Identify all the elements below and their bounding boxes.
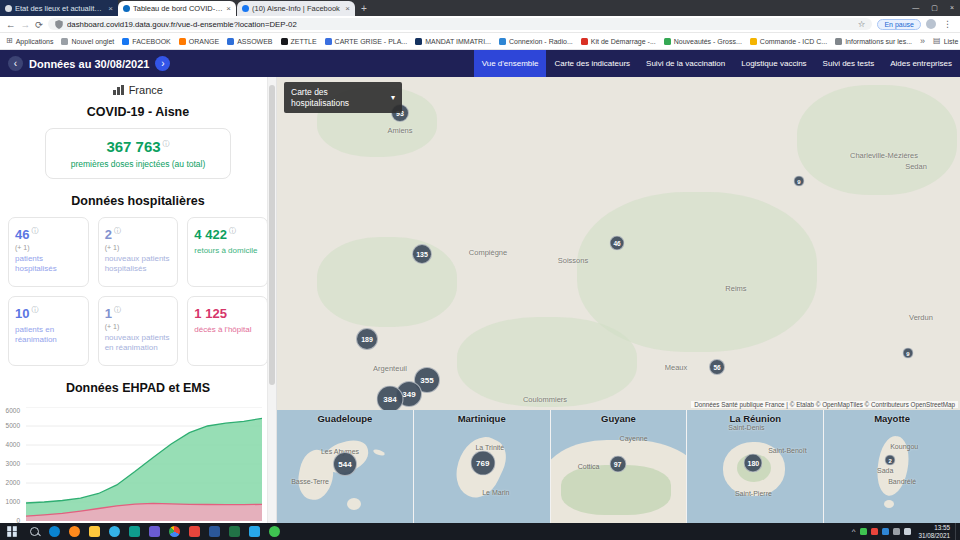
minimap-marker[interactable]: 2: [885, 455, 896, 466]
minimap-guadeloupe[interactable]: Guadeloupe Les Abymes Basse-Terre 544: [277, 410, 414, 523]
browser-tab-3[interactable]: (10) Aisne-Info | Facebook ×: [237, 1, 355, 16]
reload-button[interactable]: ⟳: [35, 19, 43, 30]
store-taskbar-button[interactable]: [124, 523, 144, 540]
taskbar-search-button[interactable]: [24, 523, 44, 540]
map-marker-9[interactable]: 9: [794, 176, 805, 187]
bookmark-nouvel-onglet[interactable]: Nouvel onglet: [61, 38, 114, 45]
outlook-taskbar-button[interactable]: [244, 523, 264, 540]
adobe-reader-taskbar-button[interactable]: [184, 523, 204, 540]
browser-menu-icon[interactable]: ⋮: [941, 19, 954, 29]
info-icon[interactable]: ⓘ: [229, 227, 236, 234]
bookmark-nouveautes[interactable]: Nouveautés - Gross...: [664, 38, 742, 45]
main-map[interactable]: Carte des hospitalisations ▾ Amiens Comp…: [277, 77, 960, 410]
sidebar-scrollbar[interactable]: [267, 77, 276, 523]
minimap-guyane[interactable]: Guyane Cayenne Cottica 97: [551, 410, 688, 523]
window-close-button[interactable]: ×: [944, 0, 960, 16]
internet-explorer-taskbar-button[interactable]: [104, 523, 124, 540]
scrollbar-thumb[interactable]: [269, 85, 275, 385]
file-explorer-taskbar-button[interactable]: [84, 523, 104, 540]
bookmarks-overflow-icon[interactable]: »: [920, 36, 925, 46]
map-marker-7[interactable]: 384: [377, 386, 404, 411]
browser-tab-1[interactable]: Etat des lieux et actualités - Min... ×: [0, 0, 118, 16]
firefox-icon: [69, 526, 80, 537]
profile-avatar[interactable]: [926, 19, 936, 29]
tray-app-icon[interactable]: [871, 528, 878, 535]
tab-aides-entreprises[interactable]: Aides entreprises: [882, 50, 960, 77]
window-maximize-button[interactable]: ▢: [925, 0, 944, 16]
tray-expand-icon[interactable]: ^: [849, 527, 859, 536]
excel-taskbar-button[interactable]: [224, 523, 244, 540]
bookmark-orange[interactable]: ORANGE: [179, 38, 219, 45]
map-marker-8[interactable]: 56: [709, 359, 725, 375]
tab-close-icon[interactable]: ×: [226, 4, 231, 13]
whatsapp-taskbar-button[interactable]: [264, 523, 284, 540]
map-marker-10[interactable]: 9: [903, 348, 914, 359]
region-selector[interactable]: France: [0, 84, 276, 96]
browser-tab-2-active[interactable]: Tableau de bord COVID-19 Suiv ×: [118, 1, 236, 16]
tray-app-icon[interactable]: [860, 528, 867, 535]
bookmark-facebook[interactable]: FACEBOOK: [122, 38, 171, 45]
bookmark-star-icon[interactable]: ☆: [858, 19, 866, 29]
new-tab-button[interactable]: +: [355, 3, 373, 14]
bookmark-connexion-radio[interactable]: Connexion - Radio...: [499, 38, 573, 45]
tab-suivi-vaccination[interactable]: Suivi de la vaccination: [638, 50, 733, 77]
previous-day-button[interactable]: ‹: [8, 56, 23, 71]
volume-icon[interactable]: [904, 528, 911, 535]
forward-button[interactable]: →: [21, 19, 31, 30]
network-icon[interactable]: [893, 528, 900, 535]
back-button[interactable]: ←: [6, 19, 16, 30]
map-marker-4[interactable]: 189: [356, 328, 378, 350]
minimap-la-reunion[interactable]: La Réunion Saint-Denis Saint-Benoît Sain…: [687, 410, 824, 523]
stat-card-new-hospitalised: 2ⓘ (+ 1) nouveaux patients hospitalisés: [98, 217, 179, 287]
minimap-marker[interactable]: 544: [333, 452, 357, 476]
reading-list-button[interactable]: ▤ Liste de lecture: [933, 37, 960, 45]
word-taskbar-button[interactable]: [204, 523, 224, 540]
bookmark-commande-icd[interactable]: Commande - ICD C...: [750, 38, 827, 45]
firefox-taskbar-button[interactable]: [64, 523, 84, 540]
start-button[interactable]: [0, 523, 24, 540]
bookmark-carte-grise[interactable]: CARTE GRISE - PLA...: [325, 38, 408, 45]
minimap-marker[interactable]: 769: [470, 451, 495, 476]
map-marker-2[interactable]: 135: [412, 244, 432, 264]
show-desktop-button[interactable]: [955, 523, 960, 540]
bookmark-mandat-immat[interactable]: MANDAT IMMATRI...: [415, 38, 491, 45]
tab-logistique-vaccins[interactable]: Logistique vaccins: [733, 50, 814, 77]
minimap-marker[interactable]: 180: [744, 454, 763, 473]
info-icon[interactable]: ⓘ: [114, 306, 121, 313]
info-icon[interactable]: ⓘ: [163, 140, 170, 147]
media-player-taskbar-button[interactable]: [144, 523, 164, 540]
minimap-martinique[interactable]: Martinique La Trinité Le Marin 769: [414, 410, 551, 523]
tab-vue-densemble[interactable]: Vue d'ensemble: [474, 50, 547, 77]
taskbar-clock[interactable]: 13:55 31/08/2021: [913, 524, 955, 539]
bookmark-label: Kit de Démarrage -...: [591, 38, 656, 45]
bookmark-informations[interactable]: Informations sur les...: [835, 38, 912, 45]
info-icon[interactable]: ⓘ: [31, 227, 38, 234]
info-icon[interactable]: ⓘ: [31, 306, 38, 313]
bookmark-label: FACEBOOK: [132, 38, 171, 45]
info-icon[interactable]: ⓘ: [114, 227, 121, 234]
tray-app-icon[interactable]: [882, 528, 889, 535]
bookmarks-right-group: » ▤ Liste de lecture: [920, 36, 960, 46]
address-bar[interactable]: dashboard.covid19.data.gouv.fr/vue-d-ens…: [48, 18, 872, 30]
tab-carte-des-indicateurs[interactable]: Carte des indicateurs: [546, 50, 638, 77]
map-marker-3[interactable]: 46: [610, 236, 625, 251]
minimap-mayotte[interactable]: Mayotte Koungou Sada Bandrélé 2: [824, 410, 960, 523]
tab-close-icon[interactable]: ×: [345, 4, 350, 13]
map-layer-dropdown[interactable]: Carte des hospitalisations ▾: [284, 82, 402, 113]
tab-suivi-des-tests[interactable]: Suivi des tests: [815, 50, 883, 77]
bookmark-assoweb[interactable]: ASSOWEB: [227, 38, 272, 45]
sync-paused-chip[interactable]: En pause: [877, 19, 921, 30]
bookmark-label: CARTE GRISE - PLA...: [335, 38, 408, 45]
edge-taskbar-button[interactable]: [44, 523, 64, 540]
stat-delta: (+ 1): [105, 244, 172, 251]
bookmark-kit-demarrage[interactable]: Kit de Démarrage -...: [581, 38, 656, 45]
bookmark-zettle[interactable]: ZETTLE: [281, 38, 317, 45]
bookmark-label: Informations sur les...: [845, 38, 912, 45]
chrome-taskbar-button[interactable]: [164, 523, 184, 540]
tab-close-icon[interactable]: ×: [108, 4, 113, 13]
window-minimize-button[interactable]: —: [906, 0, 925, 16]
minimap-marker[interactable]: 97: [609, 456, 626, 473]
system-tray: ^ 13:55 31/08/2021: [849, 523, 960, 540]
next-day-button[interactable]: ›: [155, 56, 170, 71]
bookmark-applications[interactable]: ⊞ Applications: [6, 37, 53, 45]
